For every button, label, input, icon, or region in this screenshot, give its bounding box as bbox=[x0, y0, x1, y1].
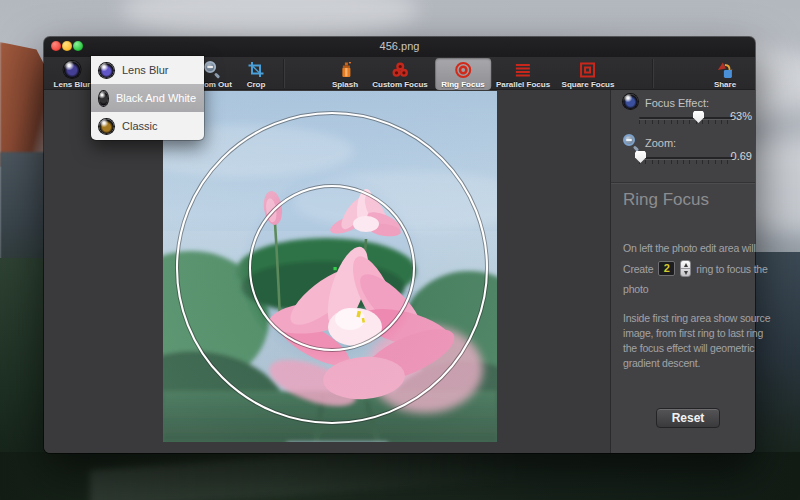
toolbar-item-ring-focus[interactable]: Ring Focus bbox=[435, 58, 491, 90]
focus-effect-lens-icon bbox=[623, 94, 638, 109]
filter-dropdown-menu: Lens Blur Black And White Classic bbox=[91, 56, 204, 140]
lens-gold-icon bbox=[99, 119, 114, 134]
ring-count-field[interactable]: 2 bbox=[658, 261, 675, 276]
stepper-up-icon[interactable] bbox=[681, 261, 690, 269]
create-word: Create bbox=[623, 262, 653, 276]
instruction-2: Inside first ring area show source image… bbox=[623, 311, 770, 371]
toolbar-item-parallel-focus[interactable]: Parallel Focus bbox=[490, 58, 556, 90]
toolbar-separator bbox=[652, 59, 653, 88]
toolbar-item-square-focus[interactable]: Square Focus bbox=[556, 58, 621, 90]
toolbar-item-crop[interactable]: Crop bbox=[241, 58, 272, 90]
magnifier-minus-icon bbox=[204, 60, 223, 79]
reset-button[interactable]: Reset bbox=[656, 408, 720, 428]
zoom-slider-track[interactable] bbox=[639, 157, 734, 159]
square-icon bbox=[579, 60, 598, 79]
titlebar[interactable]: 456.png bbox=[44, 37, 755, 57]
toolbar-item-lens-blur[interactable]: Lens Blur bbox=[48, 58, 97, 90]
lens-blue-icon bbox=[99, 63, 114, 78]
zoom-label: Zoom: bbox=[645, 137, 676, 149]
window-title: 456.png bbox=[44, 40, 755, 52]
three-circles-icon bbox=[391, 60, 410, 79]
focus-effect-label: Focus Effect: bbox=[645, 97, 709, 109]
share-icon bbox=[715, 60, 734, 79]
parallel-lines-icon bbox=[514, 60, 533, 79]
inspector-sidebar: Focus Effect: 63% Zoom: 0.69 Ring Focus … bbox=[610, 90, 755, 453]
lotus-photo-render bbox=[163, 91, 497, 442]
photo-edit-area[interactable] bbox=[44, 90, 610, 453]
stepper-down-icon[interactable] bbox=[681, 269, 690, 276]
app-window: 456.png Lens Blur Zoom Out bbox=[44, 37, 755, 453]
lens-icon bbox=[63, 60, 82, 79]
sidebar-divider bbox=[611, 182, 755, 183]
section-title: Ring Focus bbox=[623, 190, 709, 210]
menu-item-lens-blur[interactable]: Lens Blur bbox=[91, 56, 204, 84]
spray-can-icon bbox=[335, 60, 354, 79]
toolbar-item-custom-focus[interactable]: Custom Focus bbox=[366, 58, 434, 90]
ring-count-stepper[interactable] bbox=[680, 260, 691, 277]
crop-icon bbox=[247, 60, 266, 79]
instruction-1: On left the photo edit area will Create … bbox=[623, 241, 768, 296]
lens-black-icon bbox=[99, 91, 108, 106]
photo-456[interactable] bbox=[163, 91, 497, 442]
focus-effect-slider-ticks bbox=[639, 120, 734, 124]
focus-effect-slider-track[interactable] bbox=[639, 117, 734, 119]
menu-item-black-and-white[interactable]: Black And White bbox=[91, 84, 204, 112]
zoom-slider-ticks bbox=[639, 160, 734, 164]
desktop: 456.png Lens Blur Zoom Out bbox=[0, 0, 800, 500]
toolbar-item-share[interactable]: Share bbox=[708, 58, 742, 90]
toolbar-item-splash[interactable]: Splash bbox=[326, 58, 364, 90]
ring-icon bbox=[454, 60, 473, 79]
menu-item-classic[interactable]: Classic bbox=[91, 112, 204, 140]
zoom-magnifier-icon bbox=[623, 134, 640, 151]
toolbar-separator bbox=[283, 59, 284, 88]
